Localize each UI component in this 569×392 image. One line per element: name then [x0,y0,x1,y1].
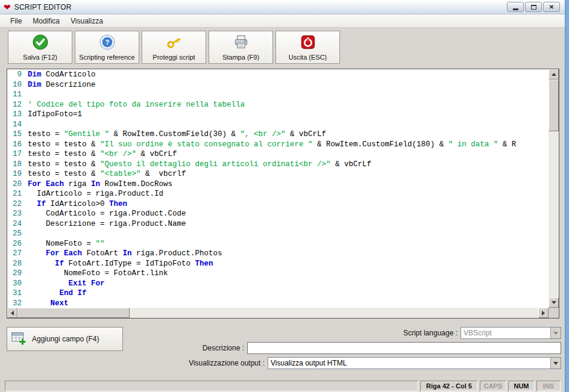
scrollbar-corner [549,308,559,318]
protect-script-button[interactable]: Proteggi script [142,31,206,64]
code-line[interactable]: 26 NomeFoto = "" [7,239,549,249]
code-line[interactable]: 20For Each riga In RowItem.DocRows [7,179,549,190]
line-number: 19 [7,169,28,179]
code-text: testo = testo & "<br />" & vbCrLf [28,149,177,160]
add-field-button[interactable]: Aggiungi campo (F4) [11,328,122,350]
code-text: testo = testo & "<table>" & vbcrlf [28,169,186,179]
scroll-right-button[interactable] [538,308,549,318]
code-line[interactable]: 13IdTipoFoto=1 [7,110,549,120]
line-number: 20 [7,179,28,190]
line-number: 9 [7,70,28,80]
code-text: For Each riga In RowItem.DocRows [28,179,172,190]
add-field-frame: Aggiungi campo (F4) [7,327,123,351]
chevron-down-icon[interactable] [550,358,561,369]
status-ins-indicator: INS [536,381,561,391]
line-number: 16 [7,140,28,150]
menu-file[interactable]: File [5,15,27,27]
scripting-reference-button[interactable]: ? Scripting reference [75,31,139,64]
status-message-panel [5,381,418,391]
exit-icon [300,33,316,51]
line-number: 18 [7,160,28,170]
exit-button-label: Uscita (ESC) [289,54,327,61]
save-button[interactable]: Salva (F12) [8,31,72,64]
code-line[interactable]: 14 [7,120,549,130]
script-language-row: Script language : VBScript [403,327,561,339]
key-icon [165,33,183,51]
code-line[interactable]: 15testo = "Gentile " & RowItem.CustomFie… [7,129,549,140]
vertical-scroll-thumb[interactable] [549,79,559,131]
code-line[interactable]: 17testo = testo & "<br />" & vbCrLf [7,149,549,160]
code-line[interactable]: 16testo = testo & "Il suo ordine è stato… [7,140,549,150]
window-title: SCRIPT EDITOR [14,3,72,11]
code-line[interactable]: 10Dim Descrizione [7,80,549,90]
protect-script-label: Proteggi script [152,54,195,61]
code-line[interactable]: 28 If FotoArt.IdType = IdTipoFoto Then [7,259,549,269]
arrow-right-icon [542,311,545,316]
scroll-left-button[interactable] [7,308,17,318]
close-button[interactable]: ✕ [543,2,560,12]
code-text: testo = testo & "Questo il dettaglio deg… [28,160,371,170]
code-editor: 9Dim CodArticolo10Dim Descrizione1112' C… [7,69,559,319]
arrow-left-icon [11,311,14,316]
code-area[interactable]: 9Dim CodArticolo10Dim Descrizione1112' C… [7,69,549,308]
menu-modifica[interactable]: Modifica [27,15,65,27]
code-line[interactable]: 24 Descrizione = riga.Product.Name [7,219,549,229]
horizontal-scrollbar[interactable] [7,308,549,318]
horizontal-scroll-thumb[interactable] [17,308,130,318]
code-line[interactable]: 9Dim CodArticolo [7,70,549,80]
script-language-label: Script language : [403,329,457,337]
status-num-indicator: NUM [508,381,535,391]
line-number: 21 [7,189,28,199]
status-caps-indicator: CAPS [480,381,506,391]
line-number: 12 [7,100,28,110]
code-line[interactable]: 29 NomeFoto = FotoArt.link [7,269,549,279]
output-select[interactable]: Visualizza output HTML [268,357,561,369]
arrow-down-icon [552,301,556,304]
code-line[interactable]: 12' Codice del tipo foto da inserire nel… [7,100,549,110]
description-row: Descrizione : [203,342,561,354]
code-text: NomeFoto = FotoArt.link [28,269,168,279]
line-number: 13 [7,110,28,120]
chevron-down-icon[interactable] [550,328,561,338]
line-number: 23 [7,209,28,219]
output-row: Visualizzazione output : Visualizza outp… [189,357,561,369]
line-number: 24 [7,219,28,229]
minimize-button[interactable] [507,2,524,12]
caption-buttons: ✕ [507,2,561,12]
code-line[interactable]: 27 For Each FotoArt In riga.Product.Phot… [7,249,549,259]
code-text: Dim Descrizione [28,80,96,90]
scroll-down-button[interactable] [549,297,559,308]
scroll-up-button[interactable] [549,69,559,79]
code-line[interactable]: 31 End If [7,288,549,299]
exit-button[interactable]: Uscita (ESC) [275,31,340,64]
code-lines: 9Dim CodArticolo10Dim Descrizione1112' C… [7,70,549,308]
heart-icon: ❤ [4,3,11,11]
description-input[interactable] [247,342,561,354]
code-text: Descrizione = riga.Product.Name [28,219,186,229]
vertical-scrollbar[interactable] [549,69,559,308]
code-text: Next [28,299,69,308]
code-line[interactable]: 18testo = testo & "Questo il dettaglio d… [7,160,549,170]
code-text: IdArticolo = riga.Product.Id [28,189,163,199]
code-line[interactable]: 32 Next [7,299,549,308]
printer-icon [233,33,250,51]
svg-text:?: ? [105,39,109,46]
close-icon: ✕ [549,4,554,10]
script-language-select[interactable]: VBScript [461,327,561,339]
code-line[interactable]: 11 [7,90,549,100]
code-text: NomeFoto = "" [28,239,105,249]
scripting-reference-label: Scripting reference [79,54,134,61]
menu-visualizza[interactable]: Visualizza [65,15,108,27]
code-line[interactable]: 30 Exit For [7,279,549,289]
code-text: CodArticolo = riga.Product.Code [28,209,186,219]
code-line[interactable]: 23 CodArticolo = riga.Product.Code [7,209,549,219]
code-line[interactable]: 25 [7,229,549,239]
check-circle-icon [32,33,49,51]
save-button-label: Salva (F12) [23,54,57,61]
print-button[interactable]: Stampa (F9) [209,31,273,64]
code-line[interactable]: 21 IdArticolo = riga.Product.Id [7,189,549,199]
maximize-button[interactable] [525,2,542,12]
code-text: If IdArticolo>0 Then [28,199,127,210]
code-line[interactable]: 22 If IdArticolo>0 Then [7,199,549,210]
code-line[interactable]: 19testo = testo & "<table>" & vbcrlf [7,169,549,179]
